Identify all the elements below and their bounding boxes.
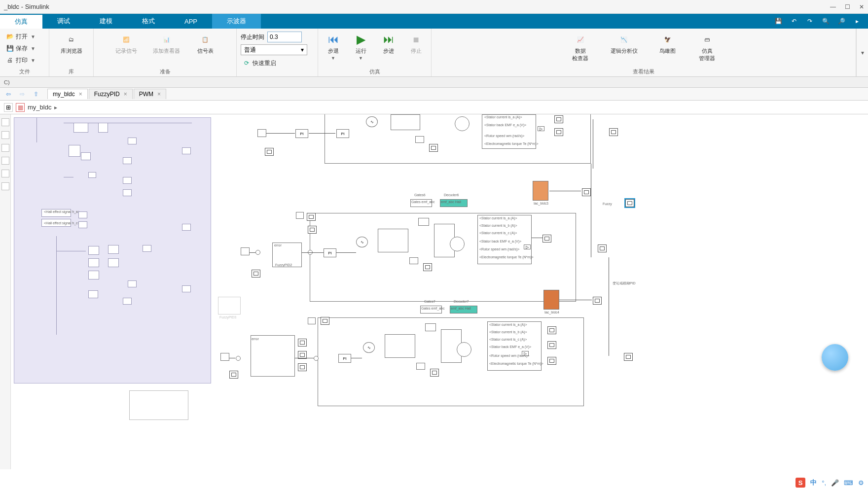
minimize-button[interactable]: —: [830, 3, 836, 10]
breadcrumb-arrow-icon[interactable]: ▸: [54, 104, 57, 111]
tab-modeling[interactable]: 建模: [85, 14, 127, 29]
save-button[interactable]: 💾 保存 ▼: [4, 42, 37, 54]
block-sum[interactable]: [255, 250, 260, 255]
ime-punct-icon[interactable]: °,: [822, 479, 826, 487]
block-gain-3[interactable]: [416, 363, 425, 370]
block-source[interactable]: ∿: [366, 116, 378, 127]
open-button[interactable]: 📂 打开 ▼: [4, 31, 37, 42]
step-back-button[interactable]: ⏮ 步退 ▼: [321, 31, 346, 63]
find-block-icon[interactable]: 🔎: [835, 15, 847, 27]
close-tab-icon[interactable]: ×: [79, 91, 82, 98]
scope-switch-bot[interactable]: [593, 297, 602, 305]
doc-tab-mybldc[interactable]: my_bldc ×: [47, 89, 88, 99]
stop-time-input[interactable]: [267, 32, 302, 42]
step-forward-button[interactable]: ⏭ 步进: [376, 31, 401, 57]
block-gain-tri[interactable]: ▷: [538, 126, 544, 131]
run-button[interactable]: ▶ 运行 ▼: [349, 31, 373, 63]
expand-ribbon-icon[interactable]: ▾: [861, 49, 864, 56]
scope-bot-2[interactable]: [298, 339, 307, 347]
signal-table-button[interactable]: 📋 信号表: [193, 31, 217, 57]
block-du[interactable]: [296, 212, 304, 219]
block-motor-2[interactable]: [450, 237, 465, 251]
block-gain-tri-3[interactable]: ▷: [522, 351, 529, 356]
palette-btn-4[interactable]: [1, 157, 9, 165]
close-button[interactable]: ✕: [859, 3, 864, 10]
tab-scope[interactable]: 示波器: [212, 14, 261, 29]
scope-bot-1[interactable]: [229, 371, 238, 379]
scope-mid-2[interactable]: [252, 270, 260, 278]
data-inspector-button[interactable]: 📈 数据 检查器: [568, 31, 593, 64]
scope-bus-bot-2[interactable]: [547, 341, 556, 349]
ime-keyboard-icon[interactable]: ⌨: [844, 479, 853, 487]
palette-btn-6[interactable]: [1, 182, 9, 190]
scope-mid-4[interactable]: [423, 263, 432, 271]
print-button[interactable]: 🖨 打印 ▼: [4, 54, 37, 66]
palette-btn-3[interactable]: [1, 144, 9, 152]
block-pi-4[interactable]: PI: [338, 354, 351, 363]
block-inverter[interactable]: [391, 114, 420, 130]
block-sum-3[interactable]: [236, 356, 241, 361]
model-icon[interactable]: ▦: [16, 103, 25, 112]
block-step[interactable]: [418, 218, 429, 226]
block-const-2[interactable]: [241, 247, 250, 255]
scope-bus-mid-2[interactable]: [598, 244, 607, 252]
scope-bus-bot-3[interactable]: [547, 357, 556, 365]
logic-analyzer-button[interactable]: 📉 逻辑分析仪: [608, 31, 641, 57]
breadcrumb-root[interactable]: my_bldc: [28, 104, 51, 111]
block-source-3[interactable]: ∿: [363, 342, 375, 353]
scope-out-3[interactable]: [609, 128, 618, 136]
scope-bot-5[interactable]: [430, 369, 439, 377]
block-switch-bot[interactable]: [543, 290, 559, 310]
scope-bot-4[interactable]: [298, 363, 307, 371]
subsystem-extra[interactable]: [129, 390, 188, 420]
ime-language[interactable]: 中: [810, 478, 817, 487]
scope-bus-mid[interactable]: [542, 235, 551, 243]
overview-selection[interactable]: <Hall effect signal h_a> <Hall effect si…: [14, 117, 211, 383]
palette-btn-1[interactable]: [1, 118, 9, 126]
tab-simulation[interactable]: 仿真: [0, 14, 42, 29]
block-switch-mid[interactable]: [533, 181, 548, 201]
close-tab-icon[interactable]: ×: [124, 91, 127, 98]
scope-bus-bot-4[interactable]: [624, 353, 633, 361]
undo-icon[interactable]: ↶: [788, 15, 800, 27]
scope-du-2[interactable]: [321, 317, 329, 325]
ime-voice-icon[interactable]: 🎤: [831, 479, 839, 487]
palette-btn-5[interactable]: [1, 170, 9, 177]
block-pi-2[interactable]: PI: [336, 129, 349, 138]
block-source-2[interactable]: ∿: [356, 237, 368, 247]
block-motor-3[interactable]: [457, 342, 471, 357]
scope-2[interactable]: [429, 144, 438, 152]
sim-mode-select[interactable]: 普通 ▾: [241, 44, 307, 55]
block-fuzzy-var[interactable]: [251, 335, 295, 377]
block-gain-2[interactable]: [409, 257, 418, 264]
doc-tab-pwm[interactable]: PWM ×: [134, 89, 166, 99]
close-tab-icon[interactable]: ×: [157, 91, 161, 98]
doc-tab-fuzzypid[interactable]: FuzzyPID ×: [89, 89, 133, 99]
scope-bus-bot-1[interactable]: [547, 326, 556, 334]
block-step-2[interactable]: [425, 323, 436, 331]
tab-format[interactable]: 格式: [127, 14, 170, 29]
model-hierarchy-icon[interactable]: ⊞: [4, 103, 13, 112]
tab-app[interactable]: APP: [170, 14, 212, 29]
scope-out-2[interactable]: [554, 128, 563, 136]
block-pi-3[interactable]: PI: [324, 248, 336, 257]
ime-logo-icon[interactable]: S: [796, 478, 805, 488]
nav-forward-button[interactable]: ⇨: [17, 89, 28, 99]
maximize-button[interactable]: ☐: [845, 3, 850, 10]
scope-fuzzy-selected[interactable]: [625, 199, 634, 207]
block-const-3[interactable]: [220, 353, 229, 361]
block-const[interactable]: [257, 129, 266, 137]
sim-manager-button[interactable]: 🗃 仿真 管理器: [695, 31, 720, 64]
model-canvas[interactable]: <Hall effect signal h_a> <Hall effect si…: [11, 114, 868, 469]
assistant-orb[interactable]: [822, 344, 848, 371]
record-signal-button[interactable]: 📶 记录信号: [112, 31, 140, 57]
scope-mid-1[interactable]: [307, 213, 316, 221]
nav-up-button[interactable]: ⇧: [31, 89, 41, 99]
block-sum-4[interactable]: [314, 356, 319, 361]
redo-icon[interactable]: ↷: [804, 15, 816, 27]
block-gain[interactable]: [415, 136, 424, 143]
birdseye-button[interactable]: 🦅 鸟瞰图: [655, 31, 680, 57]
block-du-2[interactable]: [308, 317, 316, 324]
block-motor-1[interactable]: [455, 116, 470, 131]
collapse-ribbon-icon[interactable]: ▸: [851, 15, 863, 27]
